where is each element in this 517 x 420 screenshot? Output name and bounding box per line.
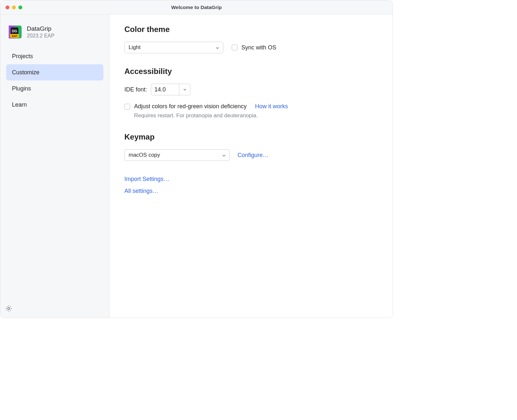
ide-font-value[interactable]: 14.0 <box>151 84 179 95</box>
configure-keymap-link[interactable]: Configure… <box>237 152 269 159</box>
all-settings-link[interactable]: All settings… <box>124 188 378 194</box>
ide-font-step-button[interactable] <box>179 84 190 95</box>
sidebar-item-label: Customize <box>12 69 39 76</box>
window-title: Welcome to DataGrip <box>0 5 393 10</box>
keymap-select-value: macOS copy <box>129 152 160 158</box>
sidebar: DG EAP DataGrip 2023.2 EAP Projects Cust… <box>0 15 110 318</box>
sidebar-item-label: Learn <box>12 101 27 108</box>
datagrip-app-icon: DG EAP <box>8 25 22 39</box>
svg-point-4 <box>8 308 10 310</box>
chevron-down-icon <box>222 153 226 157</box>
section-heading-keymap: Keymap <box>124 132 378 142</box>
sidebar-item-label: Projects <box>12 53 33 60</box>
theme-select-value: Light <box>129 44 141 51</box>
sidebar-item-learn[interactable]: Learn <box>6 97 103 113</box>
traffic-lights <box>0 5 22 9</box>
brand-version: 2023.2 EAP <box>27 33 54 39</box>
sync-os-label: Sync with OS <box>241 44 276 51</box>
window-minimize-button[interactable] <box>12 5 16 9</box>
bottom-links: Import Settings… All settings… <box>124 176 378 194</box>
section-heading-color-theme: Color theme <box>124 25 378 34</box>
sidebar-item-customize[interactable]: Customize <box>6 64 103 80</box>
color-deficiency-label: Adjust colors for red-green vision defic… <box>134 103 247 110</box>
color-deficiency-row: Adjust colors for red-green vision defic… <box>124 103 378 110</box>
sidebar-nav: Projects Customize Plugins Learn <box>0 48 109 113</box>
ide-font-row: IDE font: 14.0 <box>124 84 378 95</box>
chevron-down-icon <box>215 45 220 50</box>
sidebar-footer <box>0 299 109 318</box>
checkbox-box <box>124 104 130 110</box>
sidebar-item-label: Plugins <box>12 85 31 92</box>
window-maximize-button[interactable] <box>18 5 22 9</box>
window-body: DG EAP DataGrip 2023.2 EAP Projects Cust… <box>0 15 393 318</box>
how-it-works-link[interactable]: How it works <box>255 103 288 110</box>
keymap-select[interactable]: macOS copy <box>124 149 230 161</box>
ide-font-label: IDE font: <box>124 86 147 93</box>
brand-badge-text: DG <box>12 29 17 33</box>
theme-select[interactable]: Light <box>124 42 223 53</box>
brand-text: DataGrip 2023.2 EAP <box>27 25 54 39</box>
color-deficiency-hint: Requires restart. For protanopia and deu… <box>134 112 378 119</box>
welcome-window: Welcome to DataGrip DG EAP DataGrip <box>0 0 393 318</box>
color-theme-row: Light Sync with OS <box>124 42 378 53</box>
sync-os-checkbox[interactable]: Sync with OS <box>232 44 276 51</box>
color-deficiency-checkbox[interactable]: Adjust colors for red-green vision defic… <box>124 103 247 110</box>
settings-gear-icon[interactable] <box>5 305 13 312</box>
brand-block: DG EAP DataGrip 2023.2 EAP <box>0 15 109 48</box>
checkbox-box <box>232 45 237 50</box>
brand-badge-sub: EAP <box>12 35 17 37</box>
section-heading-accessibility: Accessibility <box>124 67 378 76</box>
keymap-row: macOS copy Configure… <box>124 149 378 161</box>
sidebar-item-projects[interactable]: Projects <box>6 48 103 64</box>
brand-name: DataGrip <box>27 25 54 32</box>
window-close-button[interactable] <box>5 5 9 9</box>
import-settings-link[interactable]: Import Settings… <box>124 176 378 183</box>
ide-font-spinner[interactable]: 14.0 <box>151 84 190 95</box>
titlebar: Welcome to DataGrip <box>0 0 393 15</box>
main-pane: Color theme Light Sync with OS Accessibi… <box>110 15 393 318</box>
sidebar-item-plugins[interactable]: Plugins <box>6 80 103 97</box>
